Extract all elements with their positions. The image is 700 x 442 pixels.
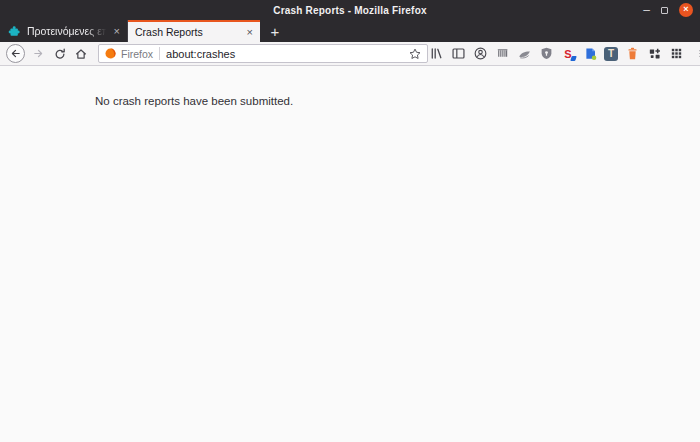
url-input[interactable]: about:crashes xyxy=(166,48,235,60)
grid-extension-icon[interactable] xyxy=(668,46,684,62)
window-title: Crash Reports - Mozilla Firefox xyxy=(273,5,426,16)
teal-puzzle-icon xyxy=(7,24,21,38)
tab-close-icon[interactable]: × xyxy=(242,26,253,38)
titlebar[interactable]: Crash Reports - Mozilla Firefox – × xyxy=(0,0,700,20)
menu-icon[interactable] xyxy=(696,46,700,62)
red-s-extension-icon[interactable]: S xyxy=(560,46,576,62)
library-icon[interactable] xyxy=(428,46,444,62)
back-button[interactable] xyxy=(6,44,25,63)
urlbar-separator xyxy=(159,47,160,60)
tab-label: Crash Reports xyxy=(135,26,242,38)
forward-button[interactable] xyxy=(28,43,49,64)
tab-close-icon[interactable]: × xyxy=(109,25,120,37)
trash-extension-icon[interactable] xyxy=(624,46,640,62)
reload-icon[interactable] xyxy=(49,43,70,64)
window-controls: – × xyxy=(643,0,693,20)
page-content: No crash reports have been submitted. xyxy=(0,66,700,442)
tab-recommended-extensions[interactable]: Προτεινόμενες επεκτάσε × xyxy=(0,20,128,42)
new-tab-button[interactable]: + xyxy=(260,20,290,42)
barcode-extension-icon[interactable] xyxy=(494,46,510,62)
url-bar[interactable]: Firefox about:crashes xyxy=(98,44,428,63)
tab-bar: Προτεινόμενες επεκτάσε × Crash Reports ×… xyxy=(0,20,700,42)
firefox-window: Crash Reports - Mozilla Firefox – × Προτ… xyxy=(0,0,700,442)
tab-label: Προτεινόμενες επεκτάσε xyxy=(27,25,109,37)
swoosh-extension-icon[interactable] xyxy=(516,46,532,62)
firefox-logo xyxy=(104,47,117,60)
home-icon[interactable] xyxy=(70,43,91,64)
close-button[interactable]: × xyxy=(679,3,693,17)
bookmark-star-icon[interactable] xyxy=(408,47,422,61)
maximize-button[interactable] xyxy=(661,7,668,14)
minimize-button[interactable]: – xyxy=(643,5,650,15)
account-icon[interactable] xyxy=(472,46,488,62)
blue-doc-extension-icon[interactable] xyxy=(582,46,598,62)
widgets-plus-extension-icon[interactable] xyxy=(646,46,662,62)
tab-crash-reports[interactable]: Crash Reports × xyxy=(128,20,260,42)
shield-extension-icon[interactable] xyxy=(538,46,554,62)
navigation-toolbar: Firefox about:crashes xyxy=(0,42,700,66)
t-square-extension-icon[interactable]: T xyxy=(604,47,618,61)
sidebars-icon[interactable] xyxy=(450,46,466,62)
identity-label: Firefox xyxy=(121,48,153,60)
no-crash-reports-message: No crash reports have been submitted. xyxy=(0,66,700,107)
toolbar-icon-cluster: S T xyxy=(428,46,700,62)
